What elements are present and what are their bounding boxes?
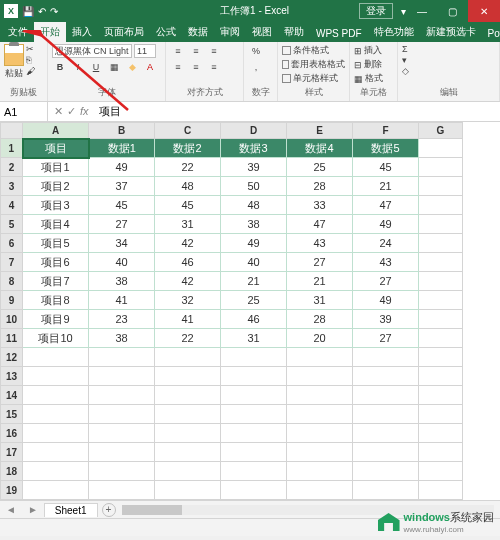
font-name-select[interactable]: 思源黑体 CN Light — [52, 44, 132, 58]
row-header[interactable]: 2 — [1, 158, 23, 177]
cell[interactable] — [353, 462, 419, 481]
cell[interactable] — [155, 367, 221, 386]
cell[interactable] — [353, 386, 419, 405]
col-header[interactable]: C — [155, 123, 221, 139]
ribbon-tab[interactable]: Power Pivot — [482, 25, 500, 42]
bold-button[interactable]: B — [52, 60, 68, 74]
cell[interactable]: 41 — [155, 310, 221, 329]
copy-icon[interactable]: ⎘ — [26, 55, 35, 65]
cell[interactable] — [419, 158, 463, 177]
cell[interactable]: 45 — [155, 196, 221, 215]
cell[interactable]: 43 — [353, 253, 419, 272]
cell[interactable]: 数据1 — [89, 139, 155, 158]
cell[interactable] — [419, 329, 463, 348]
cell[interactable] — [353, 405, 419, 424]
cell[interactable]: 21 — [221, 272, 287, 291]
row-header[interactable]: 12 — [1, 348, 23, 367]
table-format-button[interactable]: 套用表格格式 — [282, 58, 345, 71]
cell[interactable] — [23, 443, 89, 462]
col-header[interactable]: F — [353, 123, 419, 139]
cell[interactable]: 项目10 — [23, 329, 89, 348]
cell[interactable]: 49 — [353, 291, 419, 310]
underline-button[interactable]: U — [88, 60, 104, 74]
ribbon-tab[interactable]: 插入 — [66, 22, 98, 42]
cell[interactable]: 21 — [353, 177, 419, 196]
cell[interactable]: 37 — [89, 177, 155, 196]
cut-icon[interactable]: ✂ — [26, 44, 35, 54]
align-top-icon[interactable]: ≡ — [170, 44, 186, 58]
close-button[interactable]: ✕ — [468, 0, 500, 22]
ribbon-tab[interactable]: 开始 — [34, 22, 66, 42]
cond-format-button[interactable]: 条件格式 — [282, 44, 345, 57]
cell[interactable] — [353, 367, 419, 386]
cell[interactable] — [155, 443, 221, 462]
align-left-icon[interactable]: ≡ — [170, 60, 186, 74]
cell[interactable]: 27 — [353, 329, 419, 348]
cell[interactable] — [419, 367, 463, 386]
cancel-icon[interactable]: ✕ — [54, 105, 63, 118]
row-header[interactable]: 1 — [1, 139, 23, 158]
cell[interactable] — [221, 386, 287, 405]
cell[interactable] — [287, 386, 353, 405]
row-header[interactable]: 13 — [1, 367, 23, 386]
cell[interactable] — [89, 348, 155, 367]
col-header[interactable]: A — [23, 123, 89, 139]
cell[interactable] — [221, 348, 287, 367]
italic-button[interactable]: I — [70, 60, 86, 74]
qat-save-icon[interactable]: 💾 — [22, 6, 34, 17]
qat-undo-icon[interactable]: ↶ — [38, 6, 46, 17]
select-all[interactable] — [1, 123, 23, 139]
cell[interactable]: 项目1 — [23, 158, 89, 177]
ribbon-tab[interactable]: 文件 — [2, 22, 34, 42]
cell[interactable] — [155, 481, 221, 500]
cell[interactable] — [287, 367, 353, 386]
cell[interactable]: 21 — [287, 272, 353, 291]
row-header[interactable]: 16 — [1, 424, 23, 443]
cell[interactable]: 38 — [221, 215, 287, 234]
cell[interactable]: 47 — [353, 196, 419, 215]
ribbon-tab[interactable]: 审阅 — [214, 22, 246, 42]
ribbon-tab[interactable]: 页面布局 — [98, 22, 150, 42]
cell[interactable] — [419, 310, 463, 329]
cell[interactable]: 31 — [287, 291, 353, 310]
ribbon-tab[interactable]: 帮助 — [278, 22, 310, 42]
ribbon-options-icon[interactable]: ▾ — [401, 6, 406, 17]
cell[interactable]: 项目7 — [23, 272, 89, 291]
cell[interactable]: 49 — [353, 215, 419, 234]
cell[interactable]: 31 — [221, 329, 287, 348]
cell[interactable]: 48 — [221, 196, 287, 215]
row-header[interactable]: 3 — [1, 177, 23, 196]
cell[interactable] — [419, 386, 463, 405]
cell[interactable] — [419, 291, 463, 310]
cell[interactable]: 45 — [353, 158, 419, 177]
cell[interactable]: 49 — [221, 234, 287, 253]
cell[interactable] — [419, 196, 463, 215]
cell[interactable]: 27 — [287, 253, 353, 272]
cell[interactable]: 39 — [221, 158, 287, 177]
ribbon-tab[interactable]: 视图 — [246, 22, 278, 42]
row-header[interactable]: 10 — [1, 310, 23, 329]
cell[interactable] — [419, 481, 463, 500]
cell[interactable]: 32 — [155, 291, 221, 310]
cell[interactable]: 38 — [89, 329, 155, 348]
cell[interactable] — [287, 424, 353, 443]
cell[interactable] — [353, 481, 419, 500]
cell[interactable]: 20 — [287, 329, 353, 348]
cell[interactable] — [155, 462, 221, 481]
align-mid-icon[interactable]: ≡ — [188, 44, 204, 58]
format-painter-icon[interactable]: 🖌 — [26, 66, 35, 76]
cell[interactable] — [23, 481, 89, 500]
row-header[interactable]: 4 — [1, 196, 23, 215]
row-header[interactable]: 18 — [1, 462, 23, 481]
cell[interactable]: 48 — [155, 177, 221, 196]
cell[interactable]: 47 — [287, 215, 353, 234]
format-button[interactable]: ▦格式 — [354, 72, 393, 85]
ribbon-tab[interactable]: 特色功能 — [368, 22, 420, 42]
percent-icon[interactable]: % — [248, 44, 264, 58]
cell[interactable]: 28 — [287, 310, 353, 329]
cell[interactable] — [221, 405, 287, 424]
name-box[interactable]: A1 — [0, 102, 48, 121]
maximize-button[interactable]: ▢ — [438, 0, 466, 22]
cell[interactable] — [155, 348, 221, 367]
cell[interactable] — [287, 348, 353, 367]
